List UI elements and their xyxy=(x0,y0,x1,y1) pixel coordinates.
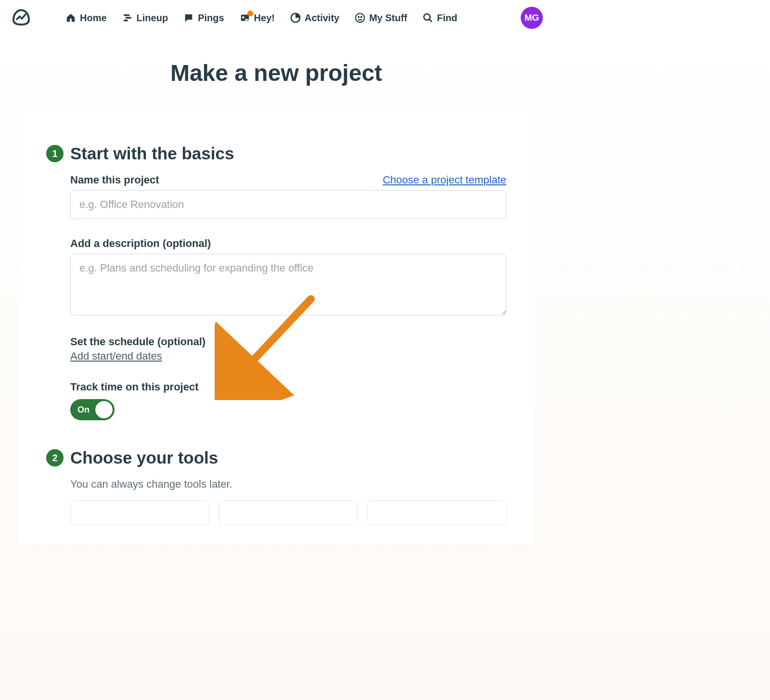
section-1-header: 1 Start with the basics xyxy=(46,144,506,163)
nav-mystuff[interactable]: My Stuff xyxy=(355,13,407,24)
description-label: Add a description (optional) xyxy=(70,237,506,250)
section-2-body: You can always change tools later. xyxy=(46,478,506,525)
activity-icon xyxy=(290,13,301,23)
add-dates-link[interactable]: Add start/end dates xyxy=(70,350,162,363)
section-1-form: Name this project Choose a project templ… xyxy=(46,174,506,420)
nav-links: Home Lineup Pings Hey! Activity xyxy=(65,13,457,24)
track-time-toggle[interactable]: On xyxy=(70,399,115,420)
svg-point-8 xyxy=(361,16,362,17)
schedule-field-block: Set the schedule (optional) Add start/en… xyxy=(70,336,506,363)
nav-hey-label: Hey! xyxy=(254,13,275,24)
section-2-header: 2 Choose your tools xyxy=(46,448,506,467)
section-2-title: Choose your tools xyxy=(70,448,218,467)
nav-pings[interactable]: Pings xyxy=(183,13,224,24)
track-time-label: Track time on this project xyxy=(70,381,506,393)
choose-template-link[interactable]: Choose a project template xyxy=(383,174,506,186)
svg-point-9 xyxy=(424,14,430,20)
project-description-input[interactable] xyxy=(70,254,506,315)
svg-point-6 xyxy=(356,13,364,22)
tool-card[interactable] xyxy=(367,500,506,525)
nav-activity-label: Activity xyxy=(305,13,339,24)
name-field-block: Name this project Choose a project templ… xyxy=(70,174,506,219)
search-icon xyxy=(423,13,433,23)
nav-find-label: Find xyxy=(437,13,457,24)
toggle-state-label: On xyxy=(77,405,90,415)
avatar[interactable]: MG xyxy=(521,7,543,29)
top-nav: Home Lineup Pings Hey! Activity xyxy=(0,0,552,36)
svg-rect-2 xyxy=(123,20,128,22)
name-label: Name this project xyxy=(70,174,159,186)
schedule-label: Set the schedule (optional) xyxy=(70,336,506,348)
nav-activity[interactable]: Activity xyxy=(290,13,339,24)
tools-subtext: You can always change tools later. xyxy=(70,478,506,491)
svg-point-4 xyxy=(242,16,244,19)
svg-rect-1 xyxy=(125,17,131,19)
svg-point-7 xyxy=(359,16,359,17)
nav-home-label: Home xyxy=(80,13,107,24)
page-title: Make a new project xyxy=(0,60,552,86)
svg-rect-0 xyxy=(123,14,129,16)
section-1-title: Start with the basics xyxy=(70,144,234,163)
toggle-knob xyxy=(95,401,113,418)
nav-hey[interactable]: Hey! xyxy=(240,13,275,24)
section-2: 2 Choose your tools You can always chang… xyxy=(46,448,506,525)
nav-home[interactable]: Home xyxy=(65,13,107,24)
project-name-input[interactable] xyxy=(70,190,506,219)
nav-lineup-label: Lineup xyxy=(137,13,168,24)
hey-icon xyxy=(240,13,250,23)
svg-line-10 xyxy=(429,19,432,22)
mystuff-icon xyxy=(355,13,365,23)
nav-find[interactable]: Find xyxy=(423,13,457,24)
description-field-block: Add a description (optional) xyxy=(70,237,506,317)
nav-lineup[interactable]: Lineup xyxy=(122,13,168,24)
step-1-badge: 1 xyxy=(46,145,64,162)
nav-mystuff-label: My Stuff xyxy=(369,13,407,24)
lineup-icon xyxy=(122,13,133,23)
avatar-initials: MG xyxy=(525,13,539,23)
step-2-badge: 2 xyxy=(46,449,64,467)
nav-pings-label: Pings xyxy=(198,13,224,24)
pings-icon xyxy=(183,13,194,23)
tool-card[interactable] xyxy=(70,500,209,525)
tool-card[interactable] xyxy=(219,500,358,525)
tool-cards-row xyxy=(70,500,506,525)
notification-dot-icon xyxy=(247,11,253,16)
new-project-card: 1 Start with the basics Name this projec… xyxy=(17,105,535,544)
logo[interactable] xyxy=(12,7,31,28)
track-time-block: Track time on this project On xyxy=(70,381,506,420)
home-icon xyxy=(65,13,76,23)
